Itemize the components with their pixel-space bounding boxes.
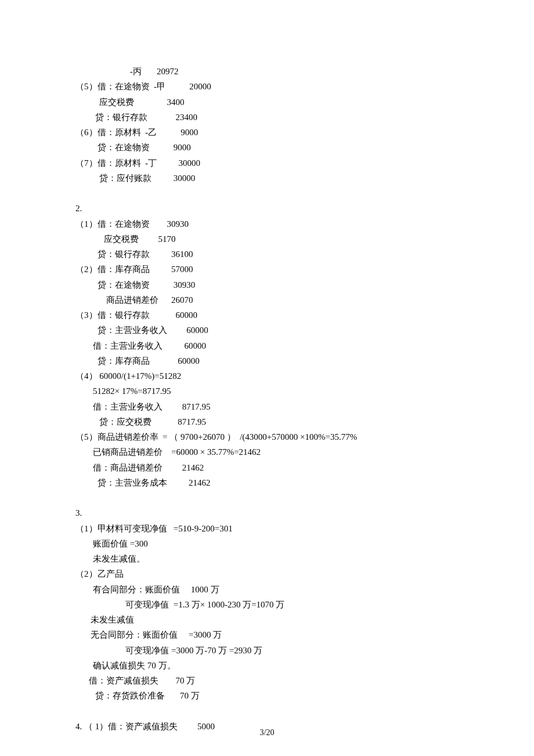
text-line: 贷：应付账款 30000 (75, 171, 459, 186)
text-line: （2）借：库存商品 57000 (75, 262, 459, 277)
text-line: 借：商品进销差价 21462 (75, 460, 459, 475)
text-line: 贷：银行存款 23400 (75, 110, 459, 125)
text-line: 借：资产减值损失 70 万 (75, 673, 459, 688)
text-line: 贷：应交税费 8717.95 (75, 414, 459, 429)
text-line: 借：主营业务收入 60000 (75, 338, 459, 353)
text-line: （5）商品进销差价率 = （ 9700+26070 ） /(43000+5700… (75, 429, 459, 444)
text-line: （6）借：原材料 -乙 9000 (75, 125, 459, 140)
text-line: 2. (75, 201, 459, 216)
text-line: -丙 20972 (75, 64, 459, 79)
text-line: （4） 60000/(1+17%)=51282 (75, 368, 459, 384)
text-line: 未发生减值 (75, 612, 459, 627)
text-line: 贷：在途物资 9000 (75, 140, 459, 155)
text-line: 可变现净值 =1.3 万× 1000-230 万=1070 万 (75, 597, 459, 612)
text-line: （1）借：在途物资 30930 (75, 216, 459, 231)
text-line: 贷：主营业务成本 21462 (75, 475, 459, 490)
text-line: （7）借：原材料 -丁 30000 (75, 155, 459, 171)
text-line: （2）乙产品 (75, 566, 459, 581)
text-line (75, 490, 459, 505)
text-line: （1）甲材料可变现净值 =510-9-200=301 (75, 521, 459, 536)
text-line: 已销商品进销差价 =60000 × 35.77%=21462 (75, 444, 459, 460)
text-line: 应交税费 3400 (75, 95, 459, 110)
page: -丙 20972（5）借：在途物资 -甲 20000 应交税费 3400 贷：银… (0, 0, 534, 756)
page-footer: 3/20 (0, 726, 534, 740)
text-line: 贷：主营业务收入 60000 (75, 323, 459, 338)
text-line: 借：主营业务收入 8717.95 (75, 399, 459, 414)
text-line: （5）借：在途物资 -甲 20000 (75, 79, 459, 94)
text-line: （3）借：银行存款 60000 (75, 308, 459, 323)
text-line: 贷：银行存款 36100 (75, 247, 459, 262)
text-line: 确认减值损失 70 万。 (75, 658, 459, 673)
text-line: 贷：在途物资 30930 (75, 277, 459, 292)
text-line: 3. (75, 505, 459, 520)
text-line: 未发生减值。 (75, 551, 459, 566)
text-line: 51282× 17%=8717.95 (75, 384, 459, 399)
text-line: 有合同部分：账面价值 1000 万 (75, 582, 459, 597)
document-body: -丙 20972（5）借：在途物资 -甲 20000 应交税费 3400 贷：银… (75, 64, 459, 734)
text-line: 账面价值 =300 (75, 536, 459, 551)
text-line: 商品进销差价 26070 (75, 292, 459, 308)
text-line: 可变现净值 =3000 万-70 万 =2930 万 (75, 643, 459, 658)
text-line: 贷：存货跌价准备 70 万 (75, 688, 459, 703)
text-line: 应交税费 5170 (75, 231, 459, 247)
text-line (75, 186, 459, 201)
text-line (75, 704, 459, 719)
text-line: 无合同部分：账面价值 =3000 万 (75, 627, 459, 642)
text-line: 贷：库存商品 60000 (75, 353, 459, 368)
